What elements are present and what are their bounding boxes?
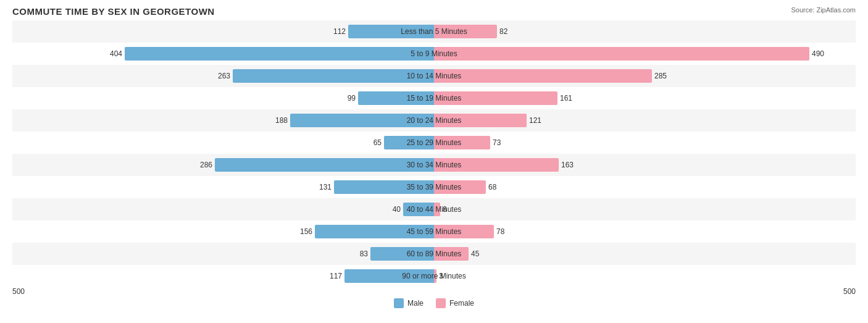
bar-row: 18812120 to 24 Minutes [12, 109, 856, 132]
left-section: 263 [12, 65, 434, 87]
right-section: 45 [434, 243, 856, 265]
left-section: 40 [12, 198, 434, 220]
male-bar [315, 225, 434, 238]
female-bar [434, 69, 652, 83]
female-bar [434, 247, 469, 261]
left-section: 117 [12, 265, 434, 287]
axis-left: 500 [12, 287, 25, 296]
male-bar [358, 91, 434, 105]
left-section: 404 [12, 43, 434, 65]
right-section: 285 [434, 65, 856, 87]
male-value: 156 [300, 227, 312, 236]
bar-row: 4044905 to 9 Minutes [12, 43, 856, 65]
legend-male: Male [394, 298, 424, 308]
female-value: 78 [496, 227, 504, 236]
female-bar [434, 114, 527, 127]
female-bar [434, 47, 809, 61]
bar-row: 1567845 to 59 Minutes [12, 220, 856, 243]
female-value: 121 [529, 116, 541, 125]
left-section: 65 [12, 132, 434, 154]
right-section: 163 [434, 154, 856, 176]
female-bar [434, 225, 494, 238]
source-label: Source: ZipAtlas.com [791, 6, 856, 14]
axis-labels: 500 500 [12, 287, 856, 296]
female-swatch [436, 298, 446, 308]
female-bar [434, 91, 557, 105]
legend-male-label: Male [407, 299, 424, 308]
female-value: 73 [493, 138, 501, 147]
male-value: 99 [348, 94, 356, 103]
male-value: 65 [373, 138, 382, 147]
bar-row: 1316835 to 39 Minutes [12, 176, 856, 198]
female-value: 82 [499, 27, 507, 36]
right-section: 73 [434, 132, 856, 154]
female-value: 285 [654, 72, 667, 80]
left-section: 112 [12, 20, 434, 43]
bar-row: 9916115 to 19 Minutes [12, 87, 856, 109]
female-value: 161 [560, 94, 572, 103]
female-bar [434, 158, 559, 172]
male-bar [215, 158, 434, 172]
male-value: 404 [110, 49, 122, 58]
legend-female: Female [436, 298, 474, 308]
male-bar [344, 269, 434, 283]
female-value: 3 [439, 272, 443, 280]
male-value: 83 [360, 250, 368, 258]
male-bar [290, 114, 434, 127]
right-section: 3 [434, 265, 856, 287]
male-swatch [394, 298, 404, 308]
male-value: 188 [275, 116, 288, 125]
right-section: 68 [434, 176, 856, 198]
left-section: 156 [12, 220, 434, 243]
left-section: 99 [12, 87, 434, 109]
male-value: 263 [218, 72, 230, 80]
female-bar [434, 180, 486, 194]
left-section: 188 [12, 109, 434, 132]
female-bar [434, 25, 497, 38]
male-bar [348, 25, 434, 38]
bar-row: 26328510 to 14 Minutes [12, 65, 856, 87]
right-section: 78 [434, 220, 856, 243]
bars-area: 11282Less than 5 Minutes4044905 to 9 Min… [12, 20, 856, 287]
bar-row: 28616330 to 34 Minutes [12, 154, 856, 176]
male-value: 286 [200, 161, 212, 169]
male-bar [125, 47, 434, 61]
right-section: 8 [434, 198, 856, 220]
bar-row: 117390 or more Minutes [12, 265, 856, 287]
female-value: 45 [471, 250, 479, 258]
left-section: 286 [12, 154, 434, 176]
female-value: 163 [561, 161, 574, 169]
female-bar [434, 269, 436, 283]
male-bar [403, 203, 434, 216]
right-section: 82 [434, 20, 856, 43]
axis-right: 500 [843, 287, 856, 296]
female-value: 68 [488, 183, 496, 191]
chart-title: COMMUTE TIME BY SEX IN GEORGETOWN [12, 6, 856, 17]
right-section: 490 [434, 43, 856, 65]
male-bar [233, 69, 434, 83]
bar-row: 834560 to 89 Minutes [12, 243, 856, 265]
chart-container: COMMUTE TIME BY SEX IN GEORGETOWN Source… [0, 0, 868, 323]
left-section: 131 [12, 176, 434, 198]
bar-row: 657325 to 29 Minutes [12, 132, 856, 154]
right-section: 121 [434, 109, 856, 132]
male-value: 40 [393, 205, 401, 214]
male-value: 112 [333, 27, 346, 36]
female-bar [434, 136, 490, 149]
female-value: 8 [443, 205, 447, 214]
female-value: 490 [812, 49, 824, 58]
male-value: 117 [330, 272, 342, 280]
left-section: 83 [12, 243, 434, 265]
male-bar [370, 247, 434, 261]
male-bar [384, 136, 434, 149]
legend-area: Male Female [12, 298, 856, 308]
bar-row: 11282Less than 5 Minutes [12, 20, 856, 43]
male-value: 131 [319, 183, 332, 191]
female-bar [434, 203, 440, 216]
right-section: 161 [434, 87, 856, 109]
male-bar [334, 180, 434, 194]
bar-row: 40840 to 44 Minutes [12, 198, 856, 220]
legend-female-label: Female [449, 299, 474, 308]
